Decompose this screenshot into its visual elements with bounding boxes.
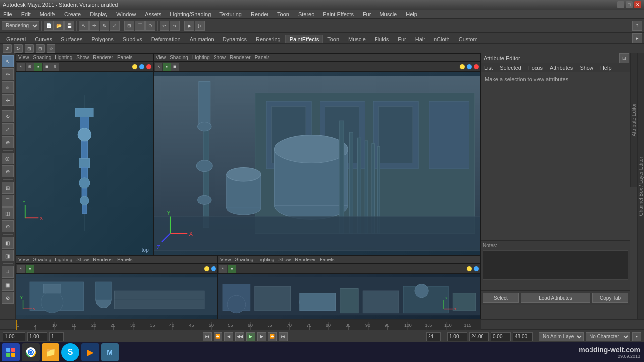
move-tool-button[interactable]: ✛ [89,21,99,31]
tab-dynamics[interactable]: Dynamics [218,35,251,43]
vp-top-menu-view[interactable]: View [18,55,29,60]
menu-display[interactable]: Display [88,11,109,18]
vp-persp-tool-1[interactable]: ↖ [155,63,162,71]
vp-top-menu-panels[interactable]: Panels [117,55,133,60]
scale-tool-button[interactable]: ⤢ [110,21,120,31]
shelf-icon-3[interactable]: ⊞ [25,44,34,53]
menu-create[interactable]: Create [63,11,82,18]
vp-front-wireframe[interactable]: ■ [26,265,34,273]
menu-assets[interactable]: Assets [143,11,162,18]
end-frame-field[interactable] [426,332,441,341]
menu-edit[interactable]: Edit [20,11,32,18]
vp-front-menu-shading[interactable]: Shading [33,257,52,262]
tab-surfaces[interactable]: Surfaces [56,35,87,43]
front-color-y[interactable] [204,266,210,272]
viewport-front-canvas[interactable]: X Y [16,274,217,319]
vp-persp-menu-view[interactable]: View [156,55,166,60]
close-button[interactable]: ✕ [634,1,641,8]
input-line-btn[interactable]: ⌗ [2,266,14,278]
workspace-selector[interactable]: Rendering [2,21,39,30]
vp-side-menu-panels[interactable]: Panels [320,257,335,262]
skype-button[interactable]: S [61,343,79,361]
current-frame-field[interactable] [49,332,64,341]
snap-curve-btn[interactable]: ⌒ [2,195,14,207]
soft-select-btn[interactable]: ◎ [2,153,14,164]
persp-color-red[interactable] [473,64,479,70]
tab-paint-effects[interactable]: PaintEffects [285,35,323,43]
universal-manip-btn[interactable]: ⊕ [2,136,14,148]
vp-front-menu-show[interactable]: Show [76,257,89,262]
help-button[interactable]: ? [632,21,642,31]
menu-file[interactable]: File [2,11,14,18]
play-forward-btn[interactable]: ▶ [246,332,255,341]
snap-surface-btn[interactable]: ◫ [2,207,14,219]
vp-side-menu-show[interactable]: Show [278,257,291,262]
notes-textarea[interactable] [483,250,628,280]
vp-persp-menu-lighting[interactable]: Lighting [192,55,210,60]
snap-point-button[interactable]: ⊙ [145,21,155,31]
vp-top-tool-2[interactable]: ⊞ [26,63,34,71]
attr-tab-show[interactable]: Show [578,64,595,71]
attr-tab-list[interactable]: List [483,64,494,71]
tab-polygons[interactable]: Polygons [87,35,118,43]
snap-live-btn[interactable]: ⊙ [2,220,14,232]
tab-ncloth[interactable]: nCloth [429,35,454,43]
menu-stereo[interactable]: Stereo [297,11,316,18]
start-frame-label[interactable] [27,332,47,341]
tab-fluids[interactable]: Fluids [370,35,393,43]
paint-tool-btn[interactable]: ✏ [2,68,14,80]
render-layer-btn[interactable]: ◨ [2,250,14,261]
play-back-btn[interactable]: ◀◀ [235,332,244,341]
color-red[interactable] [146,64,152,70]
vp-front-tool-1[interactable]: ↖ [17,265,25,273]
vp-persp-wireframe[interactable]: ■ [163,63,171,71]
chrome-button[interactable] [22,343,40,361]
menu-help[interactable]: Help [404,11,419,18]
display-layer-btn[interactable]: ◧ [2,237,14,249]
explorer-button[interactable]: 📁 [42,343,59,361]
anim-layer-select[interactable]: No Anim Layer [539,332,584,341]
menu-window[interactable]: Window [115,11,137,18]
color-yellow[interactable] [132,64,138,70]
range-end-field[interactable] [469,332,489,341]
save-scene-button[interactable]: 💾 [64,21,74,31]
persp-color-yellow[interactable] [459,64,465,70]
select-tool-btn[interactable]: ↖ [2,55,14,67]
vp-side-menu-view[interactable]: View [220,257,231,262]
snap-grid-button[interactable]: ⊞ [124,21,134,31]
vp-front-menu-renderer[interactable]: Renderer [93,257,113,262]
undo-button[interactable]: ↩ [160,21,169,31]
vp-persp-menu-renderer[interactable]: Renderer [230,55,251,60]
load-attributes-button[interactable]: Load Attributes [521,293,591,303]
vp-front-menu-view[interactable]: View [18,257,29,262]
side-color-b[interactable] [473,266,479,272]
scale-btn[interactable]: ⤢ [2,123,14,135]
tab-animation[interactable]: Animation [185,35,218,43]
tab-fur[interactable]: Fur [393,35,411,43]
shelf-icon-5[interactable]: ☆ [47,44,55,53]
show-manip-btn[interactable]: ⊛ [2,165,14,177]
vp-side-menu-lighting[interactable]: Lighting [257,257,274,262]
tab-general[interactable]: General [2,35,30,43]
vp-top-wireframe[interactable]: ■ [34,63,42,71]
go-to-start-btn[interactable]: ⏮ [203,332,212,341]
redo-button[interactable]: ↪ [170,21,180,31]
tab-hair[interactable]: Hair [411,35,429,43]
vp-front-menu-panels[interactable]: Panels [117,257,133,262]
quick-select-btn[interactable]: ▣ [2,279,14,291]
vp-persp-menu-shading[interactable]: Shading [170,55,188,60]
vp-top-menu-show[interactable]: Show [76,55,89,60]
front-color-b[interactable] [211,266,216,272]
side-color-y[interactable] [466,266,472,272]
tab-muscle[interactable]: Muscle [344,35,370,43]
attr-tab-focus[interactable]: Focus [527,64,544,71]
wmp-button[interactable]: ▶ [81,343,99,361]
shelf-icon-4[interactable]: ⊟ [36,44,45,53]
tab-subdivs[interactable]: Subdivs [118,35,147,43]
snap-grid-btn[interactable]: ⊞ [2,182,14,194]
menu-modify[interactable]: Modify [38,11,57,18]
vp-top-menu-renderer[interactable]: Renderer [93,55,113,60]
anim-range-start-field[interactable] [491,332,511,341]
vp-top-menu-shading[interactable]: Shading [33,55,52,60]
next-key-btn[interactable]: ▶ [257,332,266,341]
